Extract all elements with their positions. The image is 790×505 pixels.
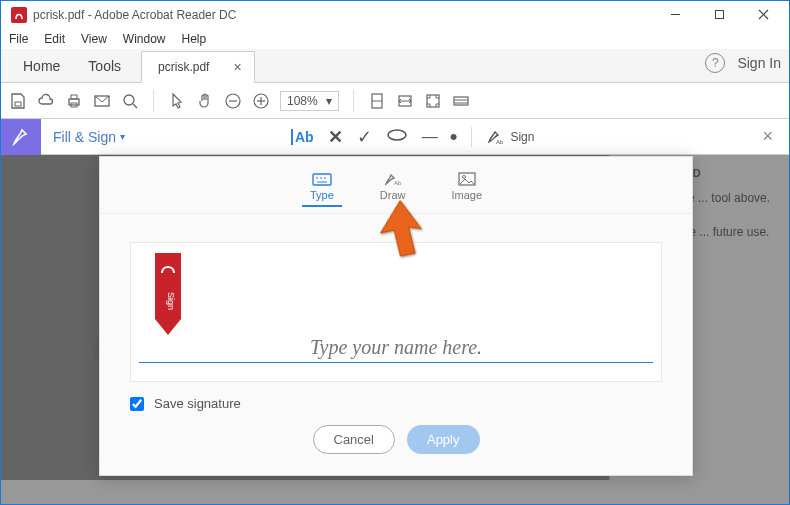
cancel-button[interactable]: Cancel xyxy=(313,425,395,454)
zoom-in-icon[interactable] xyxy=(252,92,270,110)
svg-rect-20 xyxy=(427,95,439,107)
svg-text:Ab: Ab xyxy=(394,180,402,186)
tab-document-label: pcrisk.pdf xyxy=(158,60,209,74)
svg-point-24 xyxy=(388,130,406,140)
zoom-out-icon[interactable] xyxy=(224,92,242,110)
tab-draw[interactable]: Ab Draw xyxy=(372,167,414,207)
svg-rect-2 xyxy=(715,11,723,19)
save-signature-row: Save signature xyxy=(130,396,662,411)
x-mark-icon[interactable]: ✕ xyxy=(328,126,343,148)
main-toolbar: 108%▾ xyxy=(1,83,789,119)
menu-file[interactable]: File xyxy=(9,32,28,46)
print-icon[interactable] xyxy=(65,92,83,110)
tab-draw-label: Draw xyxy=(380,189,406,201)
sign-tool[interactable]: Ab Sign xyxy=(486,128,534,146)
image-icon xyxy=(457,171,477,187)
svg-line-11 xyxy=(133,104,137,108)
zoom-value: 108% xyxy=(287,94,318,108)
text-tool-icon[interactable]: Ab xyxy=(291,129,314,145)
menu-help[interactable]: Help xyxy=(182,32,207,46)
chevron-down-icon: ▾ xyxy=(120,131,125,142)
acrobat-app-icon xyxy=(11,7,27,23)
save-signature-label: Save signature xyxy=(154,396,241,411)
zoom-select[interactable]: 108%▾ xyxy=(280,91,339,111)
signature-line xyxy=(139,362,653,363)
line-icon[interactable]: — xyxy=(422,128,436,146)
fit-page-icon[interactable] xyxy=(368,92,386,110)
tab-image-label: Image xyxy=(451,189,482,201)
apply-button[interactable]: Apply xyxy=(407,425,480,454)
tab-image[interactable]: Image xyxy=(443,167,490,207)
keyboard-icon xyxy=(312,171,332,187)
signature-modal: Type Ab Draw Image Sign Save signature C… xyxy=(99,156,693,476)
close-icon[interactable]: × xyxy=(762,126,773,147)
chevron-down-icon: ▾ xyxy=(326,94,332,108)
help-icon[interactable]: ? xyxy=(705,53,725,73)
tab-home[interactable]: Home xyxy=(9,50,74,82)
tab-close-icon[interactable]: × xyxy=(233,59,241,75)
svg-rect-21 xyxy=(454,97,468,105)
save-signature-checkbox[interactable] xyxy=(130,397,144,411)
pointer-icon[interactable] xyxy=(168,92,186,110)
signature-area: Sign xyxy=(130,242,662,382)
menubar: File Edit View Window Help xyxy=(1,29,789,49)
svg-point-45 xyxy=(462,176,465,179)
tab-tools[interactable]: Tools xyxy=(74,50,135,82)
tab-bar: Home Tools pcrisk.pdf × ? Sign In xyxy=(1,49,789,83)
menu-view[interactable]: View xyxy=(81,32,107,46)
svg-text:Sign: Sign xyxy=(166,292,176,310)
svg-rect-5 xyxy=(15,102,21,106)
hand-icon[interactable] xyxy=(196,92,214,110)
fill-sign-bar: Fill & Sign ▾ Ab ✕ ✓ — • Ab Sign × xyxy=(1,119,789,155)
oval-icon[interactable] xyxy=(386,128,408,146)
search-icon[interactable] xyxy=(121,92,139,110)
fill-sign-title[interactable]: Fill & Sign ▾ xyxy=(53,129,125,145)
mail-icon[interactable] xyxy=(93,92,111,110)
fit-visible-icon[interactable] xyxy=(424,92,442,110)
modal-tab-bar: Type Ab Draw Image xyxy=(100,157,692,214)
window-title: pcrisk.pdf - Adobe Acrobat Reader DC xyxy=(33,8,653,22)
dot-icon[interactable]: • xyxy=(450,124,458,150)
read-mode-icon[interactable] xyxy=(452,92,470,110)
tab-document[interactable]: pcrisk.pdf × xyxy=(141,51,255,83)
menu-edit[interactable]: Edit xyxy=(44,32,65,46)
sign-here-flag-icon: Sign xyxy=(153,253,183,343)
titlebar: pcrisk.pdf - Adobe Acrobat Reader DC xyxy=(1,1,789,29)
check-mark-icon[interactable]: ✓ xyxy=(357,126,372,148)
svg-text:Ab: Ab xyxy=(496,139,504,145)
signature-input[interactable] xyxy=(131,336,661,359)
maximize-button[interactable] xyxy=(697,1,741,29)
fit-width-icon[interactable] xyxy=(396,92,414,110)
svg-rect-38 xyxy=(313,174,331,185)
sign-in-link[interactable]: Sign In xyxy=(737,55,781,71)
menu-window[interactable]: Window xyxy=(123,32,166,46)
close-button[interactable] xyxy=(741,1,785,29)
minimize-button[interactable] xyxy=(653,1,697,29)
pen-icon: Ab xyxy=(383,171,403,187)
svg-point-10 xyxy=(124,95,134,105)
tab-type[interactable]: Type xyxy=(302,167,342,207)
tab-type-label: Type xyxy=(310,189,334,201)
cloud-icon[interactable] xyxy=(37,92,55,110)
fill-sign-badge-icon xyxy=(1,119,41,155)
save-icon[interactable] xyxy=(9,92,27,110)
